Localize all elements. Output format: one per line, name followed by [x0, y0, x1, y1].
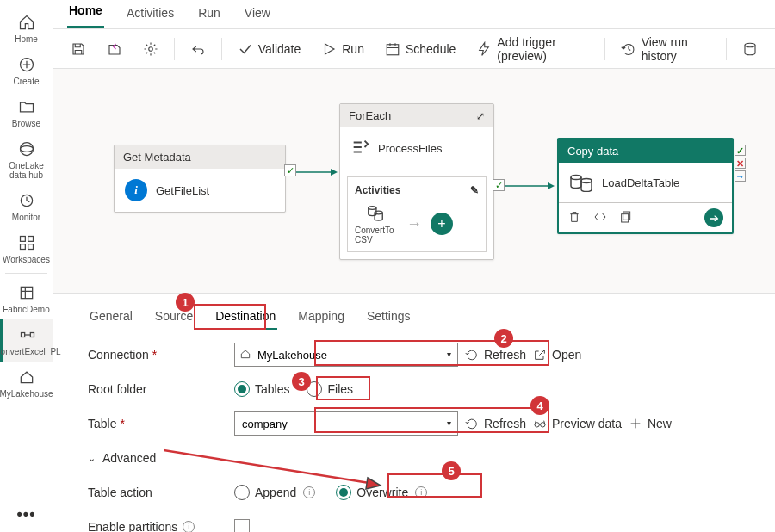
radio-append[interactable]: Appendi	[234, 485, 315, 500]
radio-files[interactable]: Files	[307, 381, 353, 397]
gear-icon	[143, 41, 158, 57]
tab-mapping[interactable]: Mapping	[296, 304, 346, 330]
home-icon	[16, 12, 37, 33]
copy-icon	[366, 203, 387, 224]
node-header: Copy data	[559, 139, 732, 163]
toptab-home[interactable]: Home	[67, 0, 104, 28]
nav-fabricdemo[interactable]: FabricDemo	[0, 277, 53, 319]
nav-monitor[interactable]: Monitor	[0, 185, 53, 227]
nav-mylakehouse[interactable]: MyLakehouse	[0, 362, 53, 404]
status-fail: ✕	[735, 158, 746, 169]
table-select[interactable]	[234, 411, 458, 436]
info-icon: i	[125, 179, 147, 201]
ribbon-tabs: Home Activities Run View	[53, 0, 775, 29]
help-icon[interactable]: i	[415, 486, 427, 498]
node-name: ProcessFiles	[378, 142, 442, 155]
enable-partitions-checkbox[interactable]	[234, 519, 250, 532]
connector	[296, 168, 344, 188]
more-toolbar[interactable]	[734, 36, 766, 62]
save-button[interactable]	[62, 36, 95, 62]
svg-point-13	[745, 43, 755, 47]
svg-rect-4	[20, 237, 25, 242]
nav-more[interactable]: •••	[17, 505, 36, 523]
properties-panel: General Source Destination Mapping Setti…	[53, 293, 775, 532]
workspace-icon	[16, 282, 37, 303]
activities-box: Activities✎ ConvertTo CSV → +	[347, 176, 487, 252]
tab-settings[interactable]: Settings	[365, 304, 412, 330]
undo-button[interactable]	[182, 36, 214, 62]
toolbar: Validate Run Schedule Add trigger (previ…	[53, 29, 775, 69]
node-name: GetFileList	[156, 184, 209, 197]
radio-overwrite[interactable]: Overwritei	[336, 485, 427, 500]
nav-create[interactable]: Create	[0, 49, 53, 91]
history-icon	[621, 41, 636, 57]
nav-home[interactable]: Home	[0, 7, 53, 49]
clone-icon[interactable]	[619, 210, 633, 226]
plus-icon	[629, 417, 642, 430]
run-button[interactable]: Run	[313, 36, 373, 62]
nav-onelake[interactable]: OneLake data hub	[0, 133, 53, 185]
table-action-label: Table action	[88, 486, 152, 499]
svg-rect-8	[21, 287, 32, 298]
toptab-view[interactable]: View	[243, 0, 272, 28]
help-icon[interactable]: i	[183, 521, 195, 532]
folder-icon	[16, 96, 37, 117]
check-icon: ✓	[284, 164, 296, 176]
delete-icon[interactable]	[567, 210, 581, 226]
svg-rect-7	[28, 244, 33, 250]
left-nav: Home Create Browse OneLake data hub Moni…	[0, 0, 53, 532]
view-run-history-button[interactable]: View run history	[612, 30, 720, 68]
node-get-metadata[interactable]: Get Metadata iGetFileList	[114, 145, 286, 213]
code-icon[interactable]	[593, 210, 607, 226]
check-icon: ✓	[493, 179, 505, 191]
edit-icon[interactable]: ✎	[470, 184, 479, 196]
toptab-run[interactable]: Run	[196, 0, 222, 28]
workspaces-icon	[16, 232, 37, 253]
prop-tabs: General Source Destination Mapping Setti…	[88, 304, 741, 330]
new-button[interactable]: New	[629, 417, 672, 430]
nav-workspaces[interactable]: Workspaces	[0, 227, 53, 269]
preview-data-button[interactable]: Preview data	[533, 417, 622, 430]
toptab-activities[interactable]: Activities	[125, 0, 176, 28]
svg-point-1	[20, 143, 33, 156]
node-header: ForEach⤢	[340, 104, 493, 127]
tab-source[interactable]: Source	[153, 304, 195, 330]
help-icon[interactable]: i	[303, 486, 315, 498]
foreach-icon	[350, 138, 369, 159]
glasses-icon	[533, 417, 547, 430]
arrow-button[interactable]: ➔	[704, 208, 723, 227]
nav-convertexcel[interactable]: ConvertExcel_PL	[0, 319, 53, 362]
collapse-icon[interactable]: ⤢	[476, 110, 485, 122]
refresh-table-button[interactable]: Refresh	[465, 417, 526, 430]
nav-browse[interactable]: Browse	[0, 91, 53, 133]
discard-button[interactable]	[98, 36, 131, 62]
svg-rect-19	[622, 213, 629, 221]
status-skip: →	[735, 170, 746, 182]
lakehouse-icon	[16, 367, 37, 387]
refresh-button[interactable]: Refresh	[465, 348, 526, 362]
plus-circle-icon	[16, 54, 37, 75]
activity-converttocsv[interactable]: ConvertTo CSV	[355, 203, 398, 244]
schedule-button[interactable]: Schedule	[376, 36, 464, 62]
add-activity-button[interactable]: +	[431, 213, 453, 235]
advanced-toggle[interactable]: ⌄Advanced	[88, 451, 234, 465]
svg-rect-10	[30, 333, 34, 337]
tab-destination[interactable]: Destination	[214, 304, 277, 330]
node-header: Get Metadata	[115, 145, 285, 169]
connection-select[interactable]	[234, 343, 458, 367]
onelake-icon	[16, 139, 37, 159]
radio-tables[interactable]: Tables	[234, 381, 289, 397]
check-icon	[238, 41, 253, 57]
validate-button[interactable]: Validate	[229, 36, 310, 62]
settings-button[interactable]	[134, 36, 167, 62]
add-trigger-button[interactable]: Add trigger (preview)	[468, 30, 597, 68]
svg-point-16	[571, 176, 581, 180]
open-button[interactable]: Open	[533, 348, 581, 362]
node-copy-data[interactable]: Copy data LoadDeltaTable ➔	[557, 138, 734, 234]
connection-label: Connection	[88, 348, 149, 362]
tab-general[interactable]: General	[88, 304, 134, 330]
pipeline-canvas[interactable]: Get Metadata iGetFileList ✓ ForEach⤢ Pro…	[53, 69, 775, 293]
database-icon	[742, 41, 758, 57]
node-foreach[interactable]: ForEach⤢ ProcessFiles Activities✎ Conver…	[339, 103, 494, 260]
svg-rect-18	[623, 212, 630, 220]
